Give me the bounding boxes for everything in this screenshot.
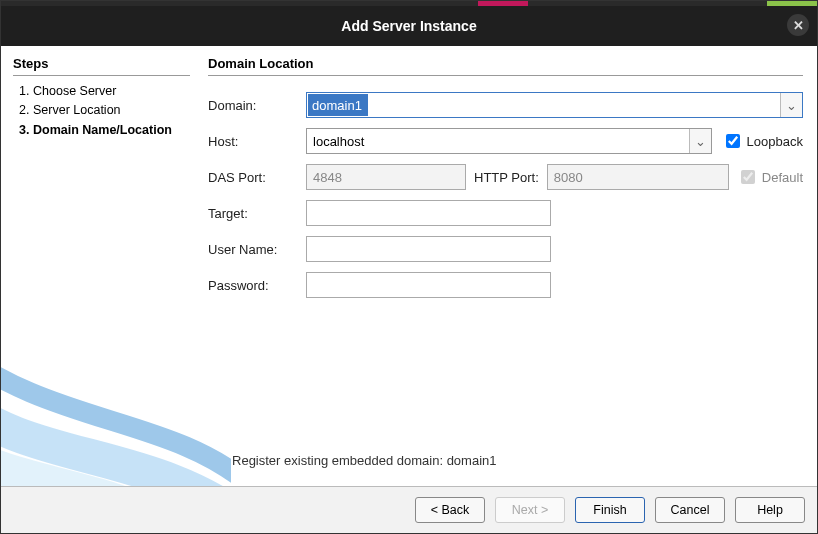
panel-heading: Domain Location [208, 56, 803, 76]
default-checkbox-input [741, 170, 755, 184]
step-label: Server Location [33, 103, 121, 117]
wizard-footer: < Back Next > Finish Cancel Help [1, 486, 817, 533]
hint-text: Register existing embedded domain: domai… [232, 453, 497, 468]
domain-input[interactable] [308, 94, 368, 116]
domain-label: Domain: [208, 98, 300, 113]
back-button[interactable]: < Back [415, 497, 485, 523]
domain-combobox[interactable]: ⌄ [306, 92, 803, 118]
default-checkbox: Default [737, 167, 803, 187]
steps-list: Choose Server Server Location Domain Nam… [13, 82, 190, 140]
help-button[interactable]: Help [735, 497, 805, 523]
close-icon: ✕ [793, 18, 804, 33]
step-label: Domain Name/Location [33, 123, 172, 137]
step-item: Server Location [33, 101, 190, 120]
next-button: Next > [495, 497, 565, 523]
username-label: User Name: [208, 242, 300, 257]
username-input[interactable] [306, 236, 551, 262]
http-port-label: HTTP Port: [474, 170, 539, 185]
chevron-down-icon[interactable]: ⌄ [780, 93, 802, 117]
das-port-input [306, 164, 466, 190]
titlebar: Add Server Instance ✕ [1, 6, 817, 46]
step-item-current: Domain Name/Location [33, 121, 190, 140]
decorative-swoosh [1, 306, 231, 486]
loopback-checkbox-input[interactable] [726, 134, 740, 148]
steps-heading: Steps [13, 56, 190, 76]
wizard-window: Add Server Instance ✕ Steps Choose Serve… [0, 0, 818, 534]
hint-row: i Register existing embedded domain: dom… [208, 444, 803, 476]
chevron-down-icon[interactable]: ⌄ [689, 129, 711, 153]
http-port-input [547, 164, 729, 190]
password-label: Password: [208, 278, 300, 293]
step-label: Choose Server [33, 84, 116, 98]
host-label: Host: [208, 134, 300, 149]
close-button[interactable]: ✕ [787, 14, 809, 36]
main-panel: Domain Location Domain: ⌄ Host: ⌄ [202, 46, 817, 486]
host-input[interactable] [307, 129, 689, 153]
cancel-button[interactable]: Cancel [655, 497, 725, 523]
loopback-checkbox-label: Loopback [747, 134, 803, 149]
password-input[interactable] [306, 272, 551, 298]
window-title: Add Server Instance [341, 18, 476, 34]
steps-sidebar: Steps Choose Server Server Location Doma… [1, 46, 202, 486]
target-label: Target: [208, 206, 300, 221]
step-item: Choose Server [33, 82, 190, 101]
target-input[interactable] [306, 200, 551, 226]
loopback-checkbox[interactable]: Loopback [722, 131, 803, 151]
das-port-label: DAS Port: [208, 170, 300, 185]
default-checkbox-label: Default [762, 170, 803, 185]
host-combobox[interactable]: ⌄ [306, 128, 712, 154]
finish-button[interactable]: Finish [575, 497, 645, 523]
